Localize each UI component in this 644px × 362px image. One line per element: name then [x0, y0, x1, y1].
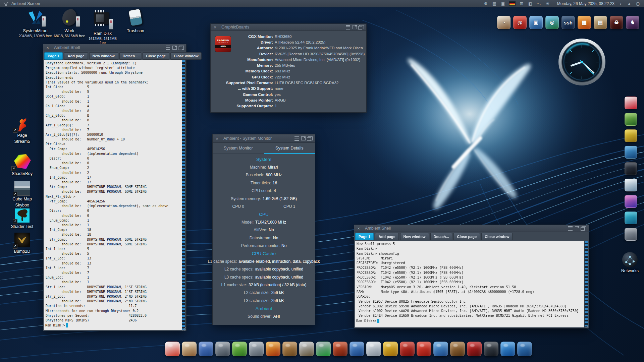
terminal-output[interactable]: New Shell process 5 Ram Disk:> Ram Disk:… [355, 241, 585, 327]
topbar-icon[interactable]: ⠒⠄ [536, 1, 542, 6]
snapshot-icon[interactable] [172, 46, 177, 50]
desktop-icon-ramdisk[interactable]: Ram Disk 1612MB, 1612MB free [86, 9, 119, 45]
dock-icon[interactable] [450, 342, 465, 356]
depth-icon[interactable] [308, 136, 313, 140]
topbar-icon[interactable]: ⚙ [483, 1, 488, 6]
resize-handle[interactable] [181, 326, 186, 330]
dock-icon[interactable] [165, 342, 180, 356]
dock-icon[interactable] [400, 342, 415, 356]
app-icon[interactable] [625, 179, 637, 191]
window-titlebar[interactable]: × Ambient Shell [43, 44, 186, 51]
toolbar-button[interactable]: Add page [375, 233, 398, 240]
dock-icon[interactable] [316, 342, 331, 356]
toolbar-button[interactable]: Detach... [119, 52, 142, 60]
dock-icon[interactable] [467, 342, 482, 356]
dock-icon[interactable] [299, 342, 314, 356]
close-icon[interactable]: × [354, 226, 363, 231]
dock-icon[interactable] [333, 342, 347, 356]
menu-icon[interactable] [294, 136, 299, 141]
launcher-icon[interactable]: @ [513, 16, 527, 29]
app-icon[interactable] [625, 195, 637, 208]
launcher-icon[interactable]: ◔ [497, 16, 511, 29]
tab-page-1[interactable]: Page 1 [44, 52, 63, 60]
desktop-icon-cubemap-skybox[interactable]: ↗ Cube Map Skybox [5, 181, 39, 208]
window-titlebar[interactable]: × GraphicBoards [211, 24, 366, 31]
tab-system-details[interactable]: System Details [264, 143, 315, 153]
toolbar-button[interactable]: New window [89, 52, 118, 60]
app-icon[interactable] [625, 129, 637, 142]
toolbar-button[interactable]: Close window [170, 52, 202, 60]
resize-handle[interactable] [584, 323, 588, 328]
dock-icon[interactable] [266, 342, 280, 356]
tab-page-1[interactable]: Page 1 [355, 233, 374, 240]
german-flag-icon[interactable] [509, 1, 516, 6]
launcher-icon[interactable]: ▦ [578, 16, 591, 29]
snapshot-icon[interactable] [353, 25, 357, 29]
scrollbar[interactable] [584, 241, 588, 327]
desktop-icon-systemmirari[interactable]: SystemMirari 2048MB, 130MB free [18, 9, 52, 38]
menu-icon[interactable] [568, 226, 573, 231]
dock-icon[interactable] [417, 342, 431, 356]
dock-icon[interactable] [484, 342, 498, 356]
scrollbar[interactable] [182, 60, 185, 330]
topbar-icon[interactable]: ▲ [627, 1, 632, 6]
dock-icon[interactable] [433, 342, 448, 356]
menu-icon[interactable] [166, 46, 170, 50]
app-icon[interactable] [625, 97, 637, 109]
topbar-icon[interactable]: ▢ [635, 1, 641, 6]
toolbar-button[interactable]: Add page [64, 52, 88, 60]
dock-icon[interactable] [249, 342, 264, 356]
close-icon[interactable]: × [213, 136, 221, 141]
app-icon[interactable] [625, 146, 637, 159]
toolbar-button[interactable]: Close window [481, 233, 513, 240]
window-titlebar[interactable]: × Ambient Shell [354, 225, 589, 232]
snapshot-icon[interactable] [575, 226, 579, 230]
tab-system-monitor[interactable]: System Monitor [213, 143, 264, 153]
dock-icon[interactable] [182, 342, 197, 356]
app-icon[interactable] [625, 212, 637, 224]
terminal-output[interactable]: Dhrystone Benchmark, Version 2.1 (Langua… [44, 60, 182, 330]
toolbar-button[interactable]: Close page [453, 233, 480, 240]
topbar-icon[interactable]: ▣ [500, 1, 506, 6]
launcher-icon[interactable]: ▤ [594, 16, 607, 29]
topbar-icon[interactable]: ◧ [528, 1, 533, 6]
app-icon[interactable] [625, 113, 637, 126]
app-icon[interactable] [625, 162, 637, 175]
desktop-icon-pagestream5[interactable]: ↗ Page Stream5 [5, 117, 39, 144]
app-icon[interactable] [625, 228, 637, 241]
launcher-icon[interactable]: ssh [561, 16, 575, 29]
depth-icon[interactable] [582, 226, 586, 230]
dock-icon[interactable] [500, 342, 515, 356]
depth-icon[interactable] [359, 25, 364, 29]
dock-icon[interactable] [232, 342, 247, 356]
desktop-icon-trashcan[interactable]: Trashcan [119, 9, 152, 34]
desktop-icon-networks[interactable]: Networks [616, 252, 643, 274]
topbar-icon[interactable]: ☀ [545, 1, 550, 6]
topbar-icon[interactable]: ▦ [492, 1, 497, 6]
desktop-icon-shader-test[interactable]: ↗ Shader Test [5, 208, 39, 229]
toolbar-button[interactable]: New window [400, 233, 429, 240]
dock-icon[interactable] [282, 342, 297, 356]
dock-icon[interactable] [366, 342, 381, 356]
launcher-icon[interactable]: ☠ [610, 16, 623, 29]
topbar-icon[interactable]: ⊞ [519, 1, 524, 6]
dock-icon[interactable] [215, 342, 230, 356]
desktop-icon-work[interactable]: Work 68GB, 5615MB free [53, 9, 86, 38]
topbar-icon[interactable]: ♪ [618, 1, 623, 6]
dock-icon[interactable] [517, 342, 532, 356]
close-icon[interactable]: × [211, 25, 219, 30]
launcher-icon[interactable]: ♞ [626, 16, 639, 29]
desktop-icon-bump2d[interactable]: ↗ Bump2D [5, 233, 39, 254]
launcher-icon[interactable]: ◎ [545, 16, 559, 29]
toolbar-button[interactable]: Close page [143, 52, 169, 60]
dock-icon[interactable] [350, 342, 364, 356]
toolbar-button[interactable]: Detach... [430, 233, 452, 240]
dock-icon[interactable] [199, 342, 213, 356]
close-icon[interactable]: × [43, 45, 52, 50]
dock-icon[interactable] [383, 342, 398, 356]
depth-icon[interactable] [179, 46, 184, 50]
window-titlebar[interactable]: × Ambient - System Monitor [213, 134, 315, 143]
launcher-icon[interactable]: ▣ [529, 16, 543, 29]
desktop-icon-shaderboy[interactable]: ↗ ShaderBoy [5, 154, 39, 176]
snapshot-icon[interactable] [301, 136, 306, 140]
